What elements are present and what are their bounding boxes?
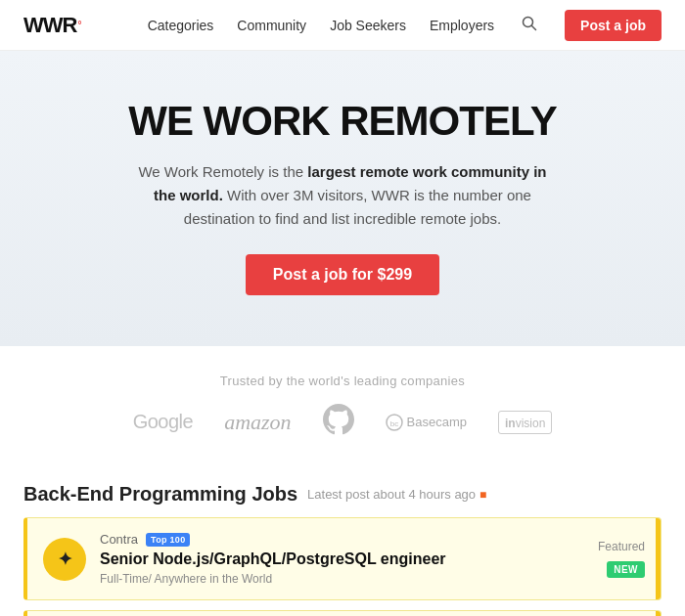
jobs-title: Back-End Programming Jobs [23, 483, 297, 506]
nav-categories[interactable]: Categories [148, 18, 214, 33]
nav-employers[interactable]: Employers [430, 18, 494, 33]
job-info: Contra Top 100 Senior Node.js/GraphQL/Po… [100, 532, 584, 586]
job-right: Featured NEW [598, 540, 645, 578]
logo: WWR° [23, 13, 80, 38]
hero-title: WE WORK REMOTELY [39, 98, 646, 145]
nav-community[interactable]: Community [237, 18, 306, 33]
invision-logo: invision [498, 411, 552, 434]
job-top: Contra Top 100 [100, 532, 584, 547]
hero-cta-button[interactable]: Post a job for $299 [246, 254, 439, 295]
github-logo [323, 404, 354, 440]
basecamp-logo: bc Basecamp [386, 414, 467, 431]
company-avatar: ✦ [43, 538, 86, 581]
job-card[interactable]: ✦ Contra Top 100 Senior Node.js/GraphQL/… [23, 517, 662, 600]
job-card[interactable]: S SimplyAnalytics PHP Developer Full-Tim… [23, 610, 662, 616]
job-title: Senior Node.js/GraphQL/PostgreSQL engine… [100, 550, 584, 568]
svg-text:bc: bc [389, 419, 397, 428]
hero-subtitle: We Work Remotely is the largest remote w… [127, 160, 558, 231]
featured-label: Featured [598, 540, 645, 553]
amazon-logo: amazon [224, 410, 291, 435]
top100-badge: Top 100 [146, 533, 190, 547]
right-bar [656, 611, 661, 616]
jobs-meta: Latest post about 4 hours ago ■ [307, 487, 486, 502]
jobs-header: Back-End Programming Jobs Latest post ab… [23, 483, 662, 506]
search-button[interactable] [518, 12, 541, 39]
svg-line-1 [532, 25, 536, 29]
new-badge: NEW [607, 561, 645, 578]
jobs-section: Back-End Programming Jobs Latest post ab… [0, 463, 685, 616]
search-icon [522, 16, 537, 31]
job-type: Full-Time/ Anywhere in the World [100, 572, 584, 586]
company-name: Contra [100, 532, 138, 547]
post-job-header-button[interactable]: Post a job [565, 10, 662, 41]
header: WWR° Categories Community Job Seekers Em… [0, 0, 685, 51]
logo-text: WWR [23, 13, 76, 38]
rss-icon: ■ [480, 488, 486, 502]
company-logos: Google amazon bc Basecamp invision [39, 404, 646, 440]
logo-dot: ° [77, 20, 80, 30]
google-logo: Google [133, 411, 194, 433]
nav-job-seekers[interactable]: Job Seekers [330, 18, 406, 33]
right-bar [656, 518, 661, 599]
main-nav: Categories Community Job Seekers Employe… [148, 10, 662, 41]
trusted-section: Trusted by the world's leading companies… [0, 346, 685, 463]
hero-section: WE WORK REMOTELY We Work Remotely is the… [0, 51, 685, 346]
trusted-label: Trusted by the world's leading companies [39, 374, 646, 388]
